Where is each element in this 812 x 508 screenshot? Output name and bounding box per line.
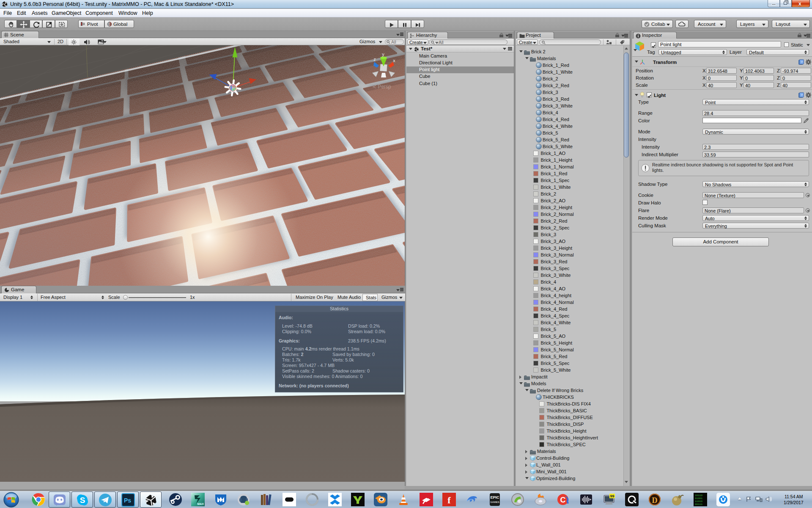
- svg-text:y: y: [382, 52, 384, 57]
- svg-text:S: S: [80, 496, 85, 505]
- svg-text:GAMES: GAMES: [490, 501, 499, 503]
- svg-text:11010: 11010: [695, 500, 702, 503]
- svg-text:D: D: [652, 496, 658, 505]
- svg-text:?: ?: [801, 93, 803, 97]
- svg-text:Ps: Ps: [124, 497, 131, 504]
- svg-text:99: 99: [610, 494, 614, 498]
- svg-text:?: ?: [801, 60, 803, 64]
- svg-text:z: z: [373, 57, 376, 62]
- svg-text:EPIC: EPIC: [490, 495, 499, 500]
- svg-text:x: x: [393, 58, 395, 63]
- svg-text:00111: 00111: [695, 503, 702, 506]
- svg-text:≺ Persp: ≺ Persp: [372, 84, 391, 90]
- svg-text:10110: 10110: [695, 494, 702, 497]
- svg-text:f: f: [447, 495, 451, 505]
- svg-text:MAX: MAX: [197, 502, 204, 505]
- svg-text:C: C: [560, 496, 566, 504]
- svg-text:01001: 01001: [695, 497, 702, 500]
